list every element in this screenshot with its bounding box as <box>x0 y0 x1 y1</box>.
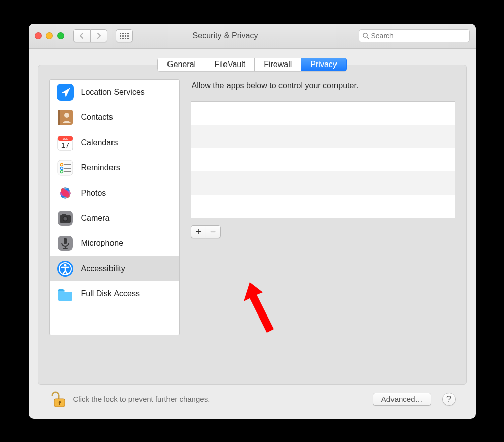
app-list[interactable] <box>191 101 455 218</box>
sidebar-item-label: Location Services <box>81 88 145 97</box>
tab-general[interactable]: General <box>157 58 205 71</box>
sidebar-item-label: Accessibility <box>81 264 125 273</box>
search-icon <box>362 32 369 39</box>
tab-privacy[interactable]: Privacy <box>301 58 346 71</box>
sidebar-item-label: Photos <box>81 188 106 198</box>
app-list-row <box>191 171 455 195</box>
close-window-button[interactable] <box>35 32 42 39</box>
chevron-left-icon <box>79 33 84 39</box>
camera-icon <box>56 209 74 227</box>
category-list[interactable]: Location Services Contacts JUL17 Calenda… <box>49 79 180 335</box>
reminders-icon <box>56 159 74 177</box>
detail-pane: Allow the apps below to control your com… <box>191 79 455 373</box>
footer: Click the lock to prevent further change… <box>38 385 467 414</box>
sidebar-item-label: Microphone <box>81 239 124 248</box>
lock-open-icon <box>49 391 67 408</box>
folder-icon <box>56 285 74 303</box>
titlebar: Security & Privacy <box>29 24 476 49</box>
accessibility-icon <box>56 260 74 278</box>
lock-message: Click the lock to prevent further change… <box>73 395 367 403</box>
detail-hint: Allow the apps below to control your com… <box>192 81 454 90</box>
tab-filevault[interactable]: FileVault <box>205 58 255 71</box>
sidebar-item-accessibility[interactable]: Accessibility <box>50 256 179 281</box>
svg-point-36 <box>64 264 66 266</box>
sidebar-item-photos[interactable]: Photos <box>50 180 179 206</box>
location-icon <box>56 83 74 101</box>
sidebar-item-label: Contacts <box>81 113 113 122</box>
zoom-window-button[interactable] <box>57 32 64 39</box>
search-input[interactable] <box>371 32 466 40</box>
lock-button[interactable] <box>49 390 67 408</box>
sidebar-item-full-disk-access[interactable]: Full Disk Access <box>50 281 179 306</box>
svg-text:JUL: JUL <box>62 137 68 140</box>
advanced-button[interactable]: Advanced… <box>373 393 431 406</box>
sidebar-item-label: Camera <box>81 214 110 223</box>
window-controls <box>35 32 64 39</box>
svg-rect-31 <box>64 238 67 244</box>
app-list-row <box>191 102 455 125</box>
minimize-window-button[interactable] <box>46 32 53 39</box>
photos-icon <box>56 184 74 202</box>
svg-text:17: 17 <box>61 141 69 149</box>
svg-point-5 <box>64 113 69 118</box>
add-remove-buttons: + − <box>191 225 221 238</box>
contacts-icon <box>56 108 74 127</box>
preferences-window: Security & Privacy General FileVault Fir… <box>29 24 476 419</box>
privacy-panel: Location Services Contacts JUL17 Calenda… <box>38 65 467 385</box>
calendar-icon: JUL17 <box>56 134 74 152</box>
help-button[interactable]: ? <box>442 393 456 406</box>
sidebar-item-label: Full Disk Access <box>81 289 140 298</box>
app-list-row <box>191 148 455 171</box>
sidebar-item-camera[interactable]: Camera <box>50 206 179 231</box>
sidebar-item-reminders[interactable]: Reminders <box>50 155 179 180</box>
app-list-row <box>191 125 455 148</box>
sidebar-item-contacts[interactable]: Contacts <box>50 105 179 130</box>
search-field[interactable] <box>359 29 470 42</box>
sidebar-item-calendars[interactable]: JUL17 Calendars <box>50 130 179 155</box>
tab-firewall[interactable]: Firewall <box>255 58 301 71</box>
svg-rect-27 <box>62 214 66 216</box>
add-app-button[interactable]: + <box>191 225 206 238</box>
sidebar-item-label: Calendars <box>81 138 118 147</box>
remove-app-button[interactable]: − <box>206 225 221 238</box>
sidebar-item-microphone[interactable]: Microphone <box>50 231 179 256</box>
svg-rect-4 <box>58 110 60 125</box>
window-title: Security & Privacy <box>96 31 355 40</box>
sidebar-item-location-services[interactable]: Location Services <box>50 80 179 105</box>
sidebar-item-label: Reminders <box>81 163 120 172</box>
svg-point-29 <box>63 217 67 220</box>
microphone-icon <box>56 234 74 252</box>
svg-line-1 <box>367 37 369 39</box>
svg-rect-39 <box>59 403 60 405</box>
window-body: General FileVault Firewall Privacy Locat… <box>29 49 476 419</box>
back-button[interactable] <box>73 29 90 42</box>
tabs: General FileVault Firewall Privacy <box>38 58 467 65</box>
app-list-row <box>191 195 455 218</box>
